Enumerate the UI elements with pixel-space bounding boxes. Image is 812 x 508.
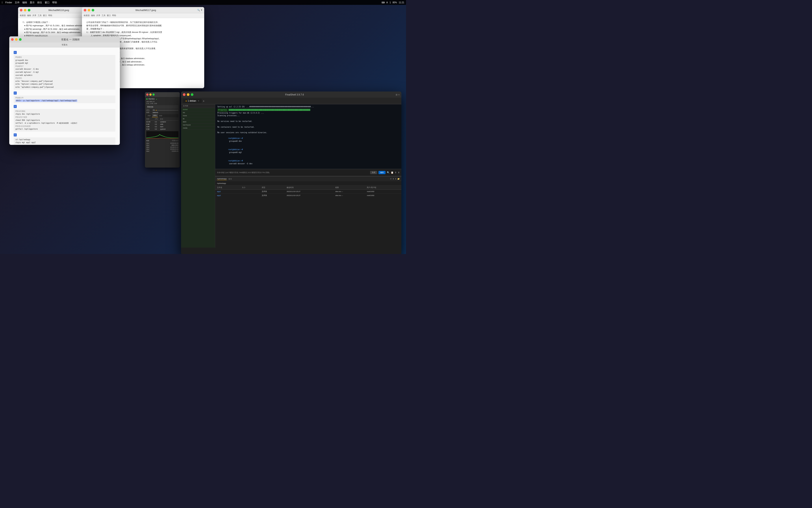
notes-min-btn[interactable] <box>15 38 18 41</box>
grid-icon[interactable]: ⊞ <box>396 93 397 96</box>
disk-0-dev: /dev/ <box>146 142 149 144</box>
p2-toolbar-window: 窗口 <box>107 14 111 17</box>
section2-code: #创建文件 mkdir -p /opt/appstore /opt/webapp… <box>14 95 115 103</box>
tab-cpu[interactable]: CPU <box>152 114 158 117</box>
fs-folder-media[interactable]: media <box>181 127 215 130</box>
edit-menu[interactable]: 编辑 <box>22 1 27 4</box>
fs-tab-cmd-hist[interactable]: 命令 <box>229 178 232 180</box>
goto-menu[interactable]: 前往 <box>37 1 42 4</box>
upload-icon[interactable]: ⬆ <box>392 178 394 180</box>
tab-cmd[interactable]: 命令 <box>158 114 164 117</box>
close-button-2[interactable] <box>84 9 86 11</box>
add-tab-btn[interactable]: + <box>203 99 204 103</box>
close-button[interactable] <box>20 9 22 11</box>
file-row-app1[interactable]: app1 文件夹 2022/11/19 15:27 drw-rw---- roo… <box>215 189 401 194</box>
sync-label: 同步状态 <box>148 98 155 100</box>
fs-folder-lostfound[interactable]: lost+found <box>181 124 215 127</box>
toolbar-label-search: 检索器 <box>20 14 26 17</box>
fs-folder-home[interactable]: home <box>181 114 215 117</box>
fs-icon-4[interactable]: ⬇ <box>398 171 399 174</box>
layout-icon[interactable]: ≡ <box>398 93 399 96</box>
sysmon-min[interactable] <box>149 93 152 96</box>
section4-code: cd /opt/webapp chgrp mgt app1 app2 <box>14 137 115 145</box>
p2-line-1: 账号安全管理，同时确保操作系统安全可靠，要求管理员立刻对系统进行基本的加固配 <box>86 24 200 27</box>
preview2-titlebar: WechatIMG17.jpeg 🔍 ⬆ <box>82 7 204 13</box>
prompt-7: root@debian:~# <box>228 149 243 151</box>
new-folder-icon[interactable]: 📁 <box>397 178 399 180</box>
share-icon-2[interactable]: ⬆ <box>201 9 202 11</box>
sysmon-max[interactable] <box>152 93 155 96</box>
notification-count: 1 <box>389 1 391 4</box>
file-app1-perms: drw-rw---- <box>334 189 365 194</box>
tab-debian[interactable]: ● 1 debian × <box>183 99 202 103</box>
file-menu[interactable]: 文件 <box>15 1 19 4</box>
file-app1-modified: 2022/11/19 15:27 <box>285 189 334 194</box>
help-menu[interactable]: 帮助 <box>52 1 57 4</box>
download-icon[interactable]: ⬇ <box>395 178 396 180</box>
fs-file-pathbar: /opt/webapp <box>215 181 401 186</box>
window-menu[interactable]: 窗口 <box>45 1 50 4</box>
file-app2-perms: drw-rw---- <box>334 194 365 198</box>
method-btn[interactable]: 方式 <box>370 171 377 174</box>
term-line-blank3 <box>218 129 399 131</box>
notes-max-btn[interactable] <box>19 38 21 41</box>
disk-1-dev: /dev/ <box>146 144 149 146</box>
file-path-text: /opt/webapp <box>217 182 226 184</box>
section1-heading: 1. <box>14 51 115 54</box>
fs-icon-2[interactable]: 📋 <box>391 171 393 174</box>
search-icon-2[interactable]: 🔍 <box>197 9 200 11</box>
fs-icon-1[interactable]: 🔍 <box>387 171 389 174</box>
col-filename: 文件名 <box>215 186 240 189</box>
proc-item-3: 9.5M 0.0 systemd <box>146 128 179 130</box>
proc-1-name: vsftd <box>160 124 163 125</box>
net-chart-svg <box>146 131 179 139</box>
fs-folder-docker[interactable]: docker <box>181 108 215 111</box>
finder-menu[interactable]: Finder <box>5 1 12 4</box>
fs-folder-lib[interactable]: lib <box>181 117 215 120</box>
fs-max-btn[interactable] <box>191 93 193 96</box>
fs-folder-etc[interactable]: etc <box>181 111 215 114</box>
proc-item-0: 32.4M 0.3 container <box>146 121 179 123</box>
maximize-button[interactable] <box>28 9 31 11</box>
p2-line-2: 置，详细要求如下： <box>86 27 200 31</box>
sysmon-tabs: 内存 CPU 命令 <box>146 114 179 117</box>
assist-btn[interactable]: 辅助 <box>378 171 385 174</box>
minimize-button[interactable] <box>24 9 27 11</box>
progress-bar-text: ▓▓▓▓▓▓▓▓▓▓▓▓▓▓▓▓▓▓▓▓▓▓▓▓▓▓▓▓▓▓▓▓▓▓▓▓▓▓▓▓… <box>229 109 311 112</box>
prompt-8: root@debian:~# <box>228 160 243 162</box>
sysmon-close[interactable] <box>146 93 148 96</box>
history-icon[interactable]: ⟳ <box>390 178 392 180</box>
fs-left-panel: 文件树 docker etc home lib lib64 lost+found… <box>181 104 215 248</box>
battery-indicator: 80% <box>392 1 397 4</box>
file-row-app2[interactable]: app2 文件夹 2022/11/19 15:27 drw-rw---- roo… <box>215 194 401 198</box>
fs-min-btn[interactable] <box>187 93 189 96</box>
proc-2-name: bash <box>160 126 163 127</box>
tab-close[interactable]: × <box>198 100 199 102</box>
fs-icon-3[interactable]: ⬆ <box>395 171 396 174</box>
fs-tab-file[interactable]: /opt/webapp <box>217 178 227 180</box>
fs-close-btn[interactable] <box>183 93 186 96</box>
file-app2-name: app2 <box>215 194 240 198</box>
top-bar-right: ⌨ A 1 80% 11:21 <box>382 1 404 4</box>
term-line-blank2 <box>218 123 399 126</box>
notes-section-3: 3. #更改所属组 chgrp dev /opt/appstore #更改用户权… <box>14 105 115 132</box>
sync-active: ● <box>156 98 157 100</box>
notes-window: 答案名 一 回顾班 答案名 1. #创建组 groupadd dev group… <box>9 36 120 145</box>
minimize-button-2[interactable] <box>88 9 90 11</box>
fs-terminal[interactable]: Setting up acl (2.2.53-10) ...##########… <box>215 104 401 169</box>
sync-status-row: 同步状态 ● <box>146 98 179 100</box>
fs-folder-lib64[interactable]: lib64 <box>181 120 215 124</box>
mem-label: 内存 <box>146 111 152 114</box>
fs-main: 文件树 docker etc home lib lib64 lost+found… <box>181 104 401 248</box>
section3-heading: 3. <box>14 105 115 108</box>
maximize-button-2[interactable] <box>92 9 94 11</box>
net-chart <box>146 131 179 139</box>
section3-code: #更改所属组 chgrp dev /opt/appstore #更改用户权限 c… <box>14 109 115 132</box>
fs-file-tree-title: 文件树 <box>181 104 215 108</box>
proc-header-name: 命令 <box>160 118 163 120</box>
disk-0-size: 43.9G/48.9G <box>170 142 179 144</box>
notes-close-btn[interactable] <box>11 38 14 41</box>
view-menu[interactable]: 显示 <box>30 1 35 4</box>
tab-memory[interactable]: 内存 <box>146 114 152 117</box>
term-line-blank1 <box>218 117 399 120</box>
